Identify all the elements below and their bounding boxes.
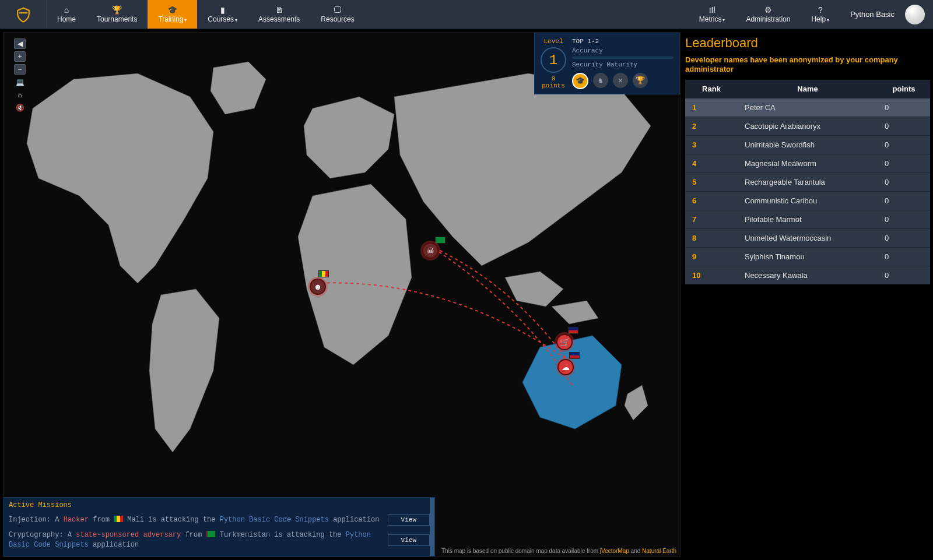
leaderboard-row[interactable]: 4Magnesial Mealworm0 bbox=[685, 154, 930, 173]
mission-node-mali[interactable]: ☻ bbox=[310, 279, 326, 295]
resources-icon: 🖵 bbox=[334, 5, 342, 15]
home-icon[interactable]: ⌂ bbox=[14, 90, 26, 100]
missions-scrollbar[interactable] bbox=[430, 498, 434, 556]
lb-name: Sylphish Tinamou bbox=[738, 248, 878, 266]
missions-title: Active Missions bbox=[9, 501, 430, 509]
maturity-badges: 🎓 ♞ ✕ 🏆 bbox=[572, 73, 674, 89]
username-label[interactable]: Python Basic bbox=[840, 0, 905, 29]
training-icon: 🎓 bbox=[167, 5, 177, 15]
shield-logo-icon bbox=[15, 6, 31, 23]
target-node-cart[interactable]: 🛒 bbox=[556, 334, 573, 350]
world-map-panel: ◀ + − 💻 ⌂ 🔇 bbox=[3, 32, 681, 557]
col-rank: Rank bbox=[685, 80, 738, 98]
lb-points: 0 bbox=[878, 154, 930, 173]
lb-rank: 2 bbox=[685, 117, 738, 136]
brand-logo[interactable] bbox=[0, 0, 47, 29]
leaderboard-row[interactable]: 10Necessary Kawala0 bbox=[685, 266, 930, 285]
metrics-label: Metrics▾ bbox=[699, 15, 725, 23]
lb-name: Cacotopic Arabianoryx bbox=[738, 117, 878, 136]
target-node-cloud[interactable]: ☁ bbox=[557, 359, 574, 375]
mission-node-turkmenistan[interactable]: ☠ bbox=[422, 242, 439, 259]
badge-1: 🎓 bbox=[572, 73, 588, 89]
administration-label: Administration bbox=[746, 15, 790, 23]
lb-name: Rechargeable Tarantula bbox=[738, 173, 878, 192]
home-label: Home bbox=[57, 15, 76, 23]
leaderboard-row[interactable]: 6Communistic Caribou0 bbox=[685, 192, 930, 210]
world-map[interactable] bbox=[3, 33, 680, 487]
help-label: Help▾ bbox=[811, 15, 829, 23]
lb-points: 0 bbox=[878, 98, 930, 117]
nav-courses[interactable]: ▮Courses▾ bbox=[197, 0, 248, 29]
maturity-label: Security Maturity bbox=[572, 61, 674, 68]
lb-points: 0 bbox=[878, 210, 930, 229]
nav-administration[interactable]: ⚙Administration bbox=[735, 0, 801, 29]
lb-points: 0 bbox=[878, 229, 930, 248]
flag-au-2 bbox=[569, 352, 580, 359]
map-controls: ◀ + − 💻 ⌂ 🔇 bbox=[14, 38, 26, 113]
nav-metrics[interactable]: ıIlMetrics▾ bbox=[689, 0, 736, 29]
leaderboard-subtitle: Developer names have been anonymized by … bbox=[685, 55, 930, 80]
lb-name: Communistic Caribou bbox=[738, 192, 878, 210]
nav-help[interactable]: ?Help▾ bbox=[801, 0, 840, 29]
nav-resources[interactable]: 🖵Resources bbox=[310, 0, 364, 29]
assessments-icon: 🗎 bbox=[275, 5, 283, 15]
points-value: 0 bbox=[552, 75, 556, 82]
lb-name: Unirritable Swordfish bbox=[738, 136, 878, 154]
help-icon: ? bbox=[818, 5, 823, 15]
chevron-down-icon: ▾ bbox=[184, 17, 187, 23]
lb-points: 0 bbox=[878, 248, 930, 266]
mission-text: Injection: A Hacker from Mali is attacki… bbox=[9, 515, 379, 525]
lb-rank: 10 bbox=[685, 266, 738, 285]
chevron-down-icon: ▾ bbox=[827, 17, 829, 23]
leaderboard-row[interactable]: 1Peter CA0 bbox=[685, 98, 930, 117]
flag-turkmenistan bbox=[435, 237, 446, 244]
lb-rank: 6 bbox=[685, 192, 738, 210]
accuracy-label: Accuracy bbox=[572, 47, 674, 54]
nav-assessments[interactable]: 🗎Assessments bbox=[248, 0, 310, 29]
mission-text: Cryptography: A state-sponsored adversar… bbox=[9, 530, 383, 550]
map-zoom-in-button[interactable]: + bbox=[14, 51, 26, 62]
lb-rank: 3 bbox=[685, 136, 738, 154]
attrib-link-jvectormap[interactable]: jVectorMap bbox=[600, 548, 629, 554]
lb-rank: 9 bbox=[685, 248, 738, 266]
avatar[interactable] bbox=[905, 5, 925, 24]
tournaments-icon: 🏆 bbox=[112, 5, 122, 15]
active-missions-panel: Active Missions Injection: A Hacker from… bbox=[3, 497, 435, 557]
level-label: Level bbox=[543, 38, 563, 45]
mission-row: Injection: A Hacker from Mali is attacki… bbox=[9, 512, 430, 528]
accuracy-bar bbox=[572, 57, 674, 59]
leaderboard-row[interactable]: 7Pilotable Marmot0 bbox=[685, 210, 930, 229]
lb-points: 0 bbox=[878, 117, 930, 136]
lb-name: Pilotable Marmot bbox=[738, 210, 878, 229]
map-zoom-out-button[interactable]: − bbox=[14, 64, 26, 75]
assessments-label: Assessments bbox=[258, 15, 300, 23]
lb-rank: 8 bbox=[685, 229, 738, 248]
leaderboard-panel: Leaderboard Developer names have been an… bbox=[685, 32, 930, 557]
nav-home[interactable]: ⌂Home bbox=[47, 0, 86, 29]
leaderboard-row[interactable]: 2Cacotopic Arabianoryx0 bbox=[685, 117, 930, 136]
lb-points: 0 bbox=[878, 173, 930, 192]
nav-training[interactable]: 🎓Training▾ bbox=[148, 0, 197, 29]
top-nav: ⌂Home🏆Tournaments🎓Training▾▮Courses▾🗎Ass… bbox=[0, 0, 933, 29]
mission-view-button[interactable]: View bbox=[388, 514, 430, 526]
leaderboard-table: Rank Name points 1Peter CA02Cacotopic Ar… bbox=[685, 80, 930, 284]
leaderboard-row[interactable]: 5Rechargeable Tarantula0 bbox=[685, 173, 930, 192]
leaderboard-row[interactable]: 9Sylphish Tinamou0 bbox=[685, 248, 930, 266]
mute-icon[interactable]: 🔇 bbox=[14, 103, 26, 113]
training-label: Training▾ bbox=[158, 15, 187, 23]
level-value: 1 bbox=[541, 47, 566, 73]
leaderboard-title: Leaderboard bbox=[685, 32, 930, 55]
administration-icon: ⚙ bbox=[764, 5, 772, 15]
flag-mali bbox=[318, 270, 329, 277]
flag-au-1 bbox=[568, 327, 578, 334]
lb-name: Peter CA bbox=[738, 98, 878, 117]
laptop-icon[interactable]: 💻 bbox=[14, 77, 26, 87]
leaderboard-row[interactable]: 8Unmelted Watermoccasin0 bbox=[685, 229, 930, 248]
leaderboard-row[interactable]: 3Unirritable Swordfish0 bbox=[685, 136, 930, 154]
map-back-button[interactable]: ◀ bbox=[14, 38, 26, 49]
col-name: Name bbox=[738, 80, 878, 98]
mission-view-button[interactable]: View bbox=[388, 534, 430, 546]
nav-tournaments[interactable]: 🏆Tournaments bbox=[86, 0, 148, 29]
attrib-link-naturalearth[interactable]: Natural Earth bbox=[642, 548, 676, 554]
lb-points: 0 bbox=[878, 192, 930, 210]
